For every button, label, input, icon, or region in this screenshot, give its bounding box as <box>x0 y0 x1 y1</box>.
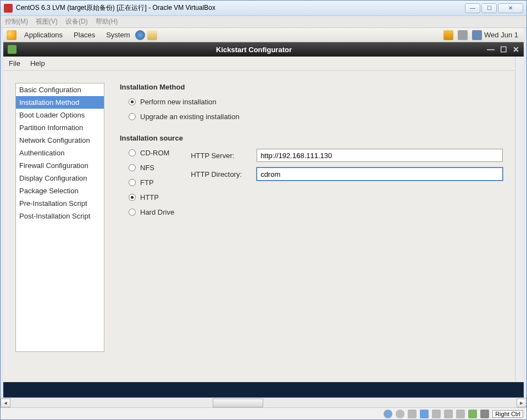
app-menubar: File Help <box>3 57 524 71</box>
sidebar-item-basic-configuration[interactable]: Basic Configuration <box>16 83 104 96</box>
display-icon[interactable] <box>432 410 441 418</box>
sidebar-item-display-configuration[interactable]: Display Configuration <box>16 172 104 184</box>
scroll-thumb[interactable] <box>213 399 263 407</box>
http-server-label: HTTP Server: <box>191 152 251 160</box>
vbox-menu-help[interactable]: 帮助(H) <box>96 17 118 26</box>
usb-icon[interactable] <box>408 410 417 418</box>
radio-icon <box>129 113 136 120</box>
sidebar-item-partition-information[interactable]: Partition Information <box>16 121 104 134</box>
host-window-frame: CentOS 6.3 LVM (target原始备份) [正在运行] - Ora… <box>0 0 527 420</box>
source-ftp-radio[interactable]: FTP <box>129 178 174 187</box>
help-menu[interactable]: Help <box>30 59 45 68</box>
places-menu[interactable]: Places <box>68 31 101 39</box>
shared-folder-icon[interactable] <box>420 410 429 418</box>
scroll-track[interactable] <box>10 399 517 407</box>
radio-label: Upgrade an existing installation <box>140 113 240 121</box>
radio-label: Hard Drive <box>140 208 174 216</box>
app-maximize-button[interactable]: ☐ <box>500 45 507 54</box>
guest-additions-icon[interactable] <box>456 410 465 418</box>
radio-label: FTP <box>140 178 154 187</box>
file-menu[interactable]: File <box>9 59 20 68</box>
host-window-title: CentOS 6.3 LVM (target原始备份) [正在运行] - Ora… <box>16 3 215 13</box>
host-key-indicator: Right Ctrl <box>492 410 523 418</box>
browser-launcher-icon[interactable] <box>135 30 145 40</box>
gnome-top-panel: Applications Places System Wed Jun 1 <box>3 28 524 42</box>
http-directory-label: HTTP Directory: <box>191 170 251 178</box>
sidebar-item-firewall-configuration[interactable]: Firewall Configuration <box>16 159 104 172</box>
applications-menu[interactable]: Applications <box>19 31 68 39</box>
perform-new-installation-radio[interactable]: Perform new installation <box>129 98 512 106</box>
vbox-menu-control[interactable]: 控制(M) <box>5 17 28 26</box>
network-icon[interactable] <box>472 30 482 40</box>
http-server-input[interactable] <box>257 149 503 162</box>
source-harddrive-radio[interactable]: Hard Drive <box>129 208 174 216</box>
sidebar-item-installation-method[interactable]: Installation Method <box>16 96 104 109</box>
sidebar-item-pre-installation-script[interactable]: Pre-Installation Script <box>16 197 104 210</box>
virtualbox-statusbar: Right Ctrl <box>1 407 526 419</box>
radio-icon <box>129 164 136 171</box>
distro-icon <box>7 30 16 40</box>
mail-launcher-icon[interactable] <box>147 30 157 40</box>
keyboard-capture-icon[interactable] <box>480 410 489 418</box>
vbox-menu-view[interactable]: 视图(V) <box>36 17 58 26</box>
system-menu[interactable]: System <box>101 31 135 39</box>
sidebar-item-package-selection[interactable]: Package Selection <box>16 184 104 197</box>
app-icon <box>8 45 16 54</box>
app-close-button[interactable]: ✕ <box>513 45 519 54</box>
http-directory-input[interactable] <box>257 167 503 181</box>
source-cdrom-radio[interactable]: CD-ROM <box>129 149 174 157</box>
section-list[interactable]: Basic Configuration Installation Method … <box>15 83 104 352</box>
radio-icon <box>129 179 136 186</box>
recording-icon[interactable] <box>444 410 453 418</box>
installation-source-heading: Installation source <box>120 134 512 142</box>
scroll-left-button[interactable]: ◄ <box>1 399 10 407</box>
virtualbox-menubar: 控制(M) 视图(V) 设备(D) 帮助(H) <box>1 16 526 28</box>
update-icon[interactable] <box>443 30 453 40</box>
guest-viewport: Applications Places System Wed Jun 1 Kic… <box>1 28 526 397</box>
virtualbox-icon <box>4 4 13 13</box>
radio-label: Perform new installation <box>140 98 217 106</box>
volume-icon[interactable] <box>458 30 468 40</box>
installation-method-heading: Installation Method <box>120 83 512 91</box>
host-titlebar[interactable]: CentOS 6.3 LVM (target原始备份) [正在运行] - Ora… <box>1 1 526 16</box>
optical-activity-icon[interactable] <box>396 410 404 418</box>
radio-label: HTTP <box>140 193 159 201</box>
form-area: Installation Method Perform new installa… <box>120 83 512 370</box>
harddisk-activity-icon[interactable] <box>384 410 392 418</box>
close-button[interactable]: ✕ <box>498 3 523 13</box>
radio-icon <box>129 149 136 156</box>
sidebar-item-post-installation-script[interactable]: Post-Installation Script <box>16 210 104 222</box>
maximize-button[interactable]: ☐ <box>481 3 497 13</box>
source-http-radio[interactable]: HTTP <box>129 193 174 201</box>
scroll-right-button[interactable]: ► <box>517 399 526 407</box>
app-title: Kickstart Configurator <box>21 46 487 54</box>
radio-label: NFS <box>140 164 154 172</box>
kickstart-configurator-window: Kickstart Configurator — ☐ ✕ File Help B… <box>3 42 524 382</box>
host-horizontal-scrollbar[interactable]: ◄ ► <box>1 397 526 407</box>
radio-icon <box>129 98 136 105</box>
vbox-menu-devices[interactable]: 设备(D) <box>65 17 88 26</box>
upgrade-existing-installation-radio[interactable]: Upgrade an existing installation <box>129 113 512 121</box>
app-titlebar[interactable]: Kickstart Configurator — ☐ ✕ <box>3 42 524 57</box>
gnome-bottom-panel[interactable] <box>3 382 524 397</box>
sidebar-item-network-configuration[interactable]: Network Configuration <box>16 134 104 147</box>
radio-label: CD-ROM <box>140 149 169 157</box>
source-nfs-radio[interactable]: NFS <box>129 164 174 172</box>
radio-icon <box>129 209 136 216</box>
clock[interactable]: Wed Jun 1 <box>482 31 520 39</box>
minimize-button[interactable]: — <box>465 3 480 13</box>
sidebar-item-authentication[interactable]: Authentication <box>16 147 104 159</box>
guest-vertical-scrollbar[interactable] <box>515 57 524 382</box>
sidebar-item-boot-loader-options[interactable]: Boot Loader Options <box>16 109 104 121</box>
radio-icon <box>129 194 136 201</box>
app-minimize-button[interactable]: — <box>487 45 495 54</box>
mouse-integration-icon[interactable] <box>468 410 477 418</box>
